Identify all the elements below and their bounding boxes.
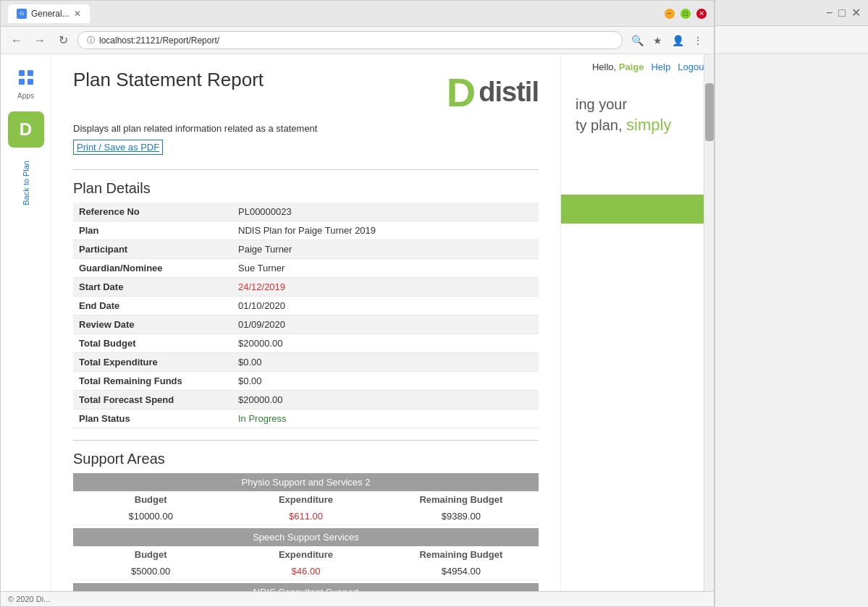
support-area-block: Physio Support and Services 2 Budget Exp… [73,473,539,525]
promo-line1: ing your [576,94,699,114]
svg-rect-3 [28,79,33,85]
maximize-button[interactable]: □ [681,9,691,19]
plan-detail-value: 01/10/2020 [232,297,539,315]
tab-close-button[interactable]: ✕ [74,9,81,19]
back-to-plan-link[interactable]: Back to Plan [22,161,30,205]
support-area-block: NDIS Consultant Support Budget Expenditu… [73,583,539,591]
address-input[interactable]: ⓘ localhost:21121/Report/Report/ [77,31,623,49]
print-save-link[interactable]: Print / Save as PDF [73,140,163,155]
plan-detail-label: Plan [73,221,232,240]
account-icon[interactable]: 👤 [669,32,686,49]
svg-rect-0 [19,70,25,76]
page-title: Plan Statement Report [73,69,264,91]
bookmark-icon[interactable]: ★ [649,32,666,49]
plan-detail-row: Guardian/Nominee Sue Turner [73,259,539,278]
copyright-text: © 2020 Di... [8,595,50,603]
expenditure-value: $46.00 [228,563,383,580]
back-nav-button[interactable]: ← [8,32,25,49]
plan-detail-value: 24/12/2019 [232,278,539,297]
plan-detail-row: Plan NDIS Plan for Paige Turner 2019 [73,221,539,240]
lock-icon: ⓘ [87,35,95,46]
browser-footer: © 2020 Di... [1,591,714,606]
plan-detail-label: Plan Status [73,409,232,428]
support-area-col-headers: Budget Expenditure Remaining Budget [73,491,539,508]
forward-nav-button[interactable]: → [31,32,49,49]
bg-titlebar: − □ ✕ [715,0,868,26]
support-area-name: NDIS Consultant Support [73,583,539,591]
promo-text-area: ing your ty plan, simply [561,80,714,151]
plan-detail-row: Total Budget $20000.00 [73,334,539,353]
budget-value: $5000.00 [73,563,228,580]
minimize-button[interactable]: − [665,9,675,19]
plan-detail-label: Total Remaining Funds [73,372,232,391]
support-area-col-headers: Budget Expenditure Remaining Budget [73,546,539,563]
plan-detail-label: Review Date [73,315,232,334]
support-area-block: Speech Support Services Budget Expenditu… [73,528,539,580]
logo-text: distil [479,77,539,108]
plan-details-table: Reference No PL00000023 Plan NDIS Plan f… [73,203,539,428]
reload-button[interactable]: ↻ [54,32,72,49]
browser-titlebar: G General... ✕ − □ ✕ [1,1,714,27]
browser-tab[interactable]: G General... ✕ [8,4,90,23]
plan-detail-row: Total Forecast Spend $20000.00 [73,391,539,409]
promo-line2: ty plan, simply [576,114,699,137]
apps-section[interactable]: Apps [9,60,43,106]
plan-detail-row: Review Date 01/09/2020 [73,315,539,334]
plan-detail-value: PL00000023 [232,203,539,221]
plan-detail-value: NDIS Plan for Paige Turner 2019 [232,221,539,240]
hello-text: Hello, Paige [592,61,644,72]
window-controls: − □ ✕ [665,9,707,19]
col-expenditure-header: Expenditure [228,491,383,508]
user-nav: Hello, Paige Help Logout [561,54,714,80]
bg-close: ✕ [851,6,861,20]
divider-2 [73,440,539,441]
plan-detail-label: Total Expenditure [73,353,232,372]
tab-label: General... [31,9,69,19]
plan-detail-row: End Date 01/10/2020 [73,297,539,315]
plan-detail-value: Sue Turner [232,259,539,278]
col-remaining-header: Remaining Budget [384,491,539,508]
remaining-value: $4954.00 [384,563,539,580]
plan-detail-label: Total Budget [73,334,232,353]
plan-detail-value: $0.00 [232,353,539,372]
col-remaining-header: Remaining Budget [384,546,539,563]
remaining-value: $9389.00 [384,508,539,525]
plan-detail-row: Participant Paige Turner [73,240,539,259]
menu-icon[interactable]: ⋮ [689,32,707,49]
support-area-name: Speech Support Services [73,528,539,546]
support-areas-container: Physio Support and Services 2 Budget Exp… [73,473,539,591]
plan-detail-label: Participant [73,240,232,259]
right-sidebar: Hello, Paige Help Logout ing your [560,54,714,591]
col-budget-header: Budget [73,546,228,563]
plan-detail-label: Guardian/Nominee [73,259,232,278]
col-budget-header: Budget [73,491,228,508]
plan-detail-value: In Progress [232,409,539,428]
bg-minimize: − [826,7,833,20]
col-expenditure-header: Expenditure [228,546,383,563]
sidebar-logo: D [8,111,44,148]
plan-detail-value: $20000.00 [232,334,539,353]
user-name: Paige [619,61,644,72]
plan-detail-row: Reference No PL00000023 [73,203,539,221]
help-link[interactable]: Help [651,61,670,72]
apps-icon[interactable] [14,66,38,89]
distil-logo: D distil [447,69,539,116]
tab-favicon: G [17,9,27,19]
plan-detail-row: Total Remaining Funds $0.00 [73,372,539,391]
browser-content: Apps D Back to Plan Plan Statement Repor… [1,54,714,591]
support-areas-title: Support Areas [73,451,539,467]
bg-content [715,54,868,607]
svg-rect-1 [28,70,33,76]
browser-toolbar: 🔍 ★ 👤 ⋮ [628,32,707,49]
scrollbar[interactable] [704,54,714,591]
zoom-icon[interactable]: 🔍 [628,32,646,49]
budget-value: $10000.00 [73,508,228,525]
page-subtitle: Displays all plan related information re… [73,123,539,134]
logout-link[interactable]: Logout [678,61,707,72]
close-button[interactable]: ✕ [696,9,707,19]
plan-detail-value: Paige Turner [232,240,539,259]
scroll-thumb[interactable] [705,83,714,141]
plan-detail-label: End Date [73,297,232,315]
main-content-area: Plan Statement Report D distil Displays … [51,54,560,591]
support-area-name: Physio Support and Services 2 [73,473,539,491]
